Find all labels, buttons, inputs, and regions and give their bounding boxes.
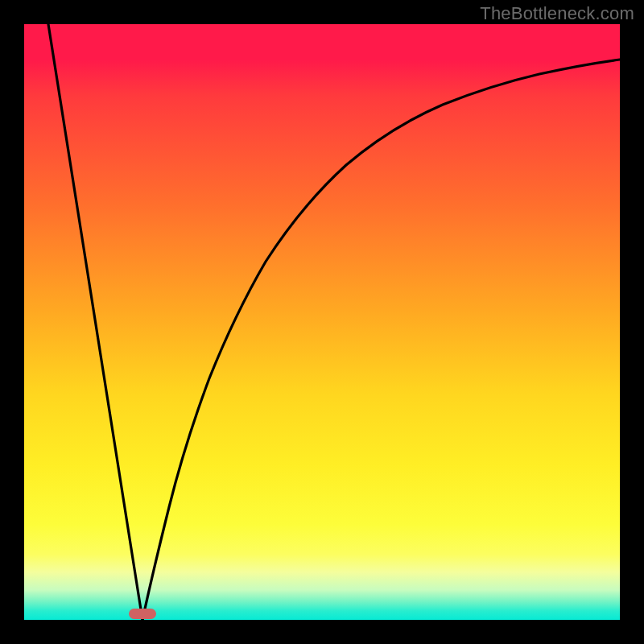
plot-area [24, 24, 620, 620]
watermark-text: TheBottleneck.com [480, 3, 634, 24]
curve-right-branch [142, 60, 620, 620]
minimum-marker [129, 609, 156, 619]
bottleneck-curve [24, 24, 620, 620]
curve-left-branch [48, 24, 142, 620]
outer-frame: TheBottleneck.com [0, 0, 644, 644]
